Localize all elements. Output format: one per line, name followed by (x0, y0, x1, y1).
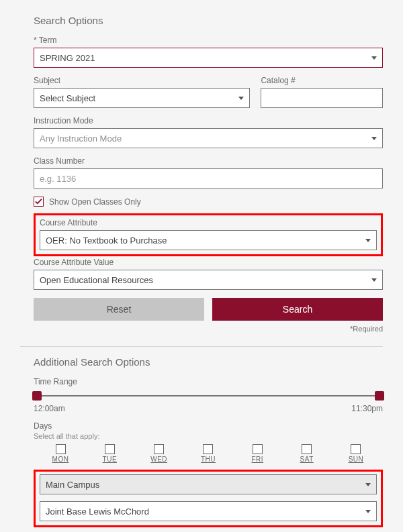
show-open-classes-checkbox[interactable] (34, 197, 44, 207)
chevron-down-icon (365, 483, 371, 486)
search-options-heading: Search Options (34, 15, 383, 26)
days-label: Days (34, 421, 383, 431)
day-label: WED (150, 456, 167, 463)
slider-handle-max[interactable] (375, 391, 384, 401)
day-label: MON (52, 456, 69, 463)
check-icon (35, 198, 42, 205)
time-range-label: Time Range (34, 377, 383, 386)
required-note: *Required (34, 325, 383, 333)
subject-value: Select Subject (40, 93, 95, 103)
day-checkbox-thu[interactable] (203, 444, 213, 454)
slider-track (35, 395, 382, 396)
course-attribute-value-value: Open Educational Resources (40, 275, 153, 285)
term-label: * Term (34, 36, 383, 45)
days-sublabel: Select all that apply: (34, 432, 383, 440)
day-sat: SAT (294, 444, 320, 463)
day-label: THU (201, 456, 216, 463)
day-mon: MON (47, 444, 74, 463)
catalog-label: Catalog # (261, 76, 383, 85)
chevron-down-icon (365, 239, 371, 242)
day-checkbox-tue[interactable] (105, 444, 115, 454)
course-attribute-select[interactable]: OER: No Textbook to Purchase (40, 230, 377, 250)
day-label: FRI (252, 456, 264, 463)
campus-value: Main Campus (46, 480, 99, 490)
instruction-mode-select[interactable]: Any Instruction Mode (34, 128, 383, 148)
day-thu: THU (195, 444, 222, 463)
chevron-down-icon (371, 137, 377, 140)
instruction-mode-value: Any Instruction Mode (40, 134, 122, 144)
day-checkbox-sun[interactable] (351, 444, 361, 454)
day-checkbox-wed[interactable] (154, 444, 164, 454)
day-label: SAT (300, 456, 314, 463)
day-wed: WED (146, 444, 173, 463)
day-sun: SUN (343, 444, 369, 463)
course-attribute-label: Course Attribute (40, 218, 377, 227)
day-tue: TUE (96, 444, 123, 463)
slider-handle-min[interactable] (32, 391, 42, 401)
term-value: SPRING 2021 (40, 53, 95, 63)
course-attribute-value-select[interactable]: Open Educational Resources (34, 270, 383, 290)
additional-options-heading: Additional Search Options (34, 356, 383, 368)
term-select[interactable]: SPRING 2021 (34, 48, 383, 68)
instruction-mode-label: Instruction Mode (34, 116, 383, 125)
class-number-label: Class Number (34, 156, 383, 166)
course-attribute-highlight: Course Attribute OER: No Textbook to Pur… (34, 213, 383, 256)
time-range-min: 12:00am (34, 404, 65, 413)
campus-select[interactable]: Main Campus (40, 474, 377, 494)
reset-button[interactable]: Reset (34, 298, 204, 321)
subject-select[interactable]: Select Subject (34, 88, 250, 108)
day-label: SUN (349, 456, 364, 463)
day-checkbox-fri[interactable] (253, 444, 263, 454)
day-fri: FRI (244, 444, 271, 463)
location-value: Joint Base Lewis McChord (46, 507, 149, 517)
time-range-max: 11:30pm (351, 404, 383, 413)
campus-highlight: Main Campus Joint Base Lewis McChord (34, 470, 383, 527)
chevron-down-icon (365, 510, 371, 513)
search-button[interactable]: Search (212, 298, 383, 321)
subject-label: Subject (34, 76, 250, 85)
day-label: TUE (103, 456, 118, 463)
show-open-classes-label: Show Open Classes Only (49, 197, 141, 207)
class-number-input[interactable] (34, 168, 383, 189)
catalog-input[interactable] (261, 88, 383, 108)
chevron-down-icon (238, 97, 244, 100)
course-attribute-value: OER: No Textbook to Purchase (46, 235, 167, 246)
day-checkbox-mon[interactable] (56, 444, 66, 454)
day-checkbox-sat[interactable] (302, 444, 312, 454)
course-attribute-value-label: Course Attribute Value (34, 258, 383, 267)
location-select[interactable]: Joint Base Lewis McChord (40, 501, 377, 521)
chevron-down-icon (371, 56, 377, 60)
chevron-down-icon (371, 278, 377, 282)
time-range-slider[interactable] (35, 389, 382, 403)
